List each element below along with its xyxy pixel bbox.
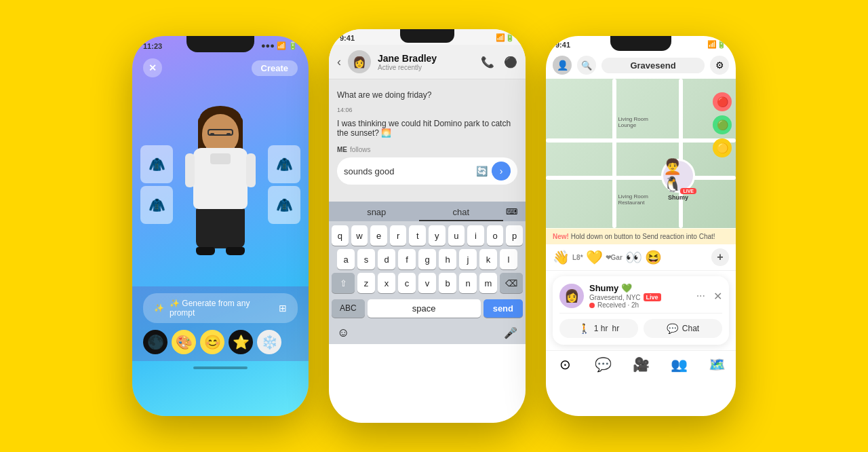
outfit-item-right-top[interactable]: 🧥 (268, 145, 300, 183)
emoji-item-1[interactable]: 🌑 (143, 330, 167, 354)
map-action-yellow[interactable]: 🟡 (713, 138, 732, 157)
user-avatar-small[interactable]: 👤 (553, 56, 572, 75)
emoji-item-4[interactable]: ⭐ (229, 330, 253, 354)
message-1: What are we doing friday? (337, 88, 517, 102)
send-button[interactable]: › (492, 162, 511, 181)
key-a[interactable]: a (337, 249, 355, 269)
key-k[interactable]: k (479, 249, 497, 269)
status-time: 11:23 (143, 42, 162, 50)
video-call-icon[interactable]: ⚫ (504, 56, 517, 69)
key-space[interactable]: space (368, 299, 481, 318)
chat-nav-icon: 💬 (595, 356, 612, 373)
close-button[interactable]: ✕ (143, 58, 162, 77)
outfit-item-left-top[interactable]: 🧥 (140, 145, 173, 183)
keyboard-tab-snap[interactable]: snap (334, 204, 419, 221)
create-button[interactable]: Create (252, 60, 298, 76)
generate-button[interactable]: ✨ ✨ Generate from any prompt ⊞ (143, 293, 298, 323)
nav-snap[interactable]: 🎥 (622, 356, 660, 373)
message-2: I was thinking we could hit Domino park … (337, 116, 517, 140)
reaction-count-2: ❤Gar (606, 254, 623, 261)
key-j[interactable]: j (459, 249, 477, 269)
nav-chat[interactable]: 💬 (584, 356, 622, 373)
reaction-laugh[interactable]: 😆 (645, 249, 662, 265)
keyboard-tab-chat[interactable]: chat (419, 204, 504, 221)
key-w[interactable]: w (351, 225, 368, 246)
snap-icon: 🎥 (633, 356, 650, 373)
map-view[interactable]: Living RoomLounge Living RoomRestaurant … (546, 79, 736, 228)
reaction-wave[interactable]: 👋 (553, 249, 570, 265)
back-button[interactable]: ‹ (337, 55, 341, 69)
nav-camera[interactable]: ⊙ (546, 356, 584, 373)
map-action-green[interactable]: 🟢 (713, 115, 732, 134)
snap-card: 👩 Shumy 💚 Gravesend, NYC Live Received ·… (553, 276, 729, 345)
contact-name: Jane Bradley (378, 53, 474, 64)
outfit-item-left-bottom[interactable]: 🧥 (140, 186, 173, 224)
emoji-item-2[interactable]: 🎨 (172, 330, 196, 354)
message-input-text[interactable]: sounds good (344, 166, 472, 176)
search-button[interactable]: 🔍 (577, 56, 596, 75)
key-v[interactable]: v (418, 273, 436, 293)
microphone-button[interactable]: 🎤 (504, 326, 517, 339)
key-o[interactable]: o (487, 225, 504, 246)
outfit-right[interactable]: 🧥 🧥 (268, 143, 300, 227)
outfit-left[interactable]: 🧥 🧥 (140, 143, 173, 227)
contact-avatar: 👩 (348, 50, 371, 73)
snap-action-chat[interactable]: 💬 Chat (644, 319, 722, 338)
key-send[interactable]: send (484, 299, 523, 318)
key-l[interactable]: l (500, 249, 517, 269)
keyboard-extras: ☺ 🎤 (329, 322, 526, 344)
key-n[interactable]: n (459, 273, 477, 293)
outfit-item-right-bottom[interactable]: 🧥 (268, 186, 300, 224)
key-g[interactable]: g (418, 249, 436, 269)
avatar-body-hoodie (193, 148, 248, 209)
road-v1 (612, 79, 616, 228)
reaction-heart[interactable]: 💛 (586, 249, 603, 265)
shumy-map-pin[interactable]: 🧑‍🦱🐧 LIVE Shumy (661, 159, 695, 201)
key-c[interactable]: c (398, 273, 416, 293)
notification-text: Hold down on button to Send reaction int… (571, 233, 715, 240)
keyboard-row-1: q w e r t y u i o p (332, 225, 523, 246)
location-name[interactable]: Gravesend (601, 58, 705, 73)
emoji-item-3[interactable]: 😊 (200, 330, 224, 354)
key-q[interactable]: q (332, 225, 349, 246)
key-r[interactable]: r (390, 225, 407, 246)
key-abc[interactable]: ABC (332, 299, 365, 318)
key-shift[interactable]: ⇧ (332, 273, 355, 293)
snap-action-timer[interactable]: 🚶 1 hr hr (559, 319, 638, 338)
refresh-icon[interactable]: 🔄 (476, 166, 488, 176)
keyboard-hide-icon[interactable]: ⌨ (503, 204, 520, 221)
nav-map[interactable]: 🗺️ (698, 356, 736, 373)
nav-friends[interactable]: 👥 (660, 356, 698, 373)
key-b[interactable]: b (439, 273, 456, 293)
key-h[interactable]: h (439, 249, 456, 269)
key-backspace[interactable]: ⌫ (500, 273, 523, 293)
key-m[interactable]: m (479, 273, 497, 293)
key-x[interactable]: x (378, 273, 395, 293)
snap-card-actions: 🚶 1 hr hr 💬 Chat (559, 313, 722, 338)
emoji-item-5[interactable]: ❄️ (257, 330, 281, 354)
key-p[interactable]: p (506, 225, 523, 246)
map-action-red[interactable]: 🔴 (713, 92, 732, 111)
phone-call-icon[interactable]: 📞 (481, 56, 494, 69)
map-header: 👤 🔍 Gravesend ⚙ (546, 52, 736, 79)
contact-status: Active recently (378, 64, 474, 71)
key-i[interactable]: i (467, 225, 484, 246)
key-s[interactable]: s (357, 249, 375, 269)
key-d[interactable]: d (378, 249, 395, 269)
reaction-more-button[interactable]: + (711, 248, 729, 266)
phone-snap-map: 9:41 📶🔋 👤 🔍 Gravesend ⚙ Living RoomLoung… (546, 36, 736, 416)
pin-username: Shumy (668, 194, 688, 201)
key-e[interactable]: e (370, 225, 387, 246)
key-z[interactable]: z (357, 273, 375, 293)
reaction-eyes[interactable]: 👀 (625, 249, 642, 265)
key-y[interactable]: y (429, 225, 446, 246)
emoji-button[interactable]: ☺ (337, 326, 349, 340)
settings-button[interactable]: ⚙ (710, 56, 729, 75)
key-t[interactable]: t (409, 225, 426, 246)
notch (610, 36, 671, 51)
card-menu-button[interactable]: ··· (696, 290, 705, 302)
card-close-button[interactable]: ✕ (713, 290, 722, 303)
key-u[interactable]: u (448, 225, 465, 246)
received-indicator (589, 303, 595, 308)
key-f[interactable]: f (398, 249, 416, 269)
